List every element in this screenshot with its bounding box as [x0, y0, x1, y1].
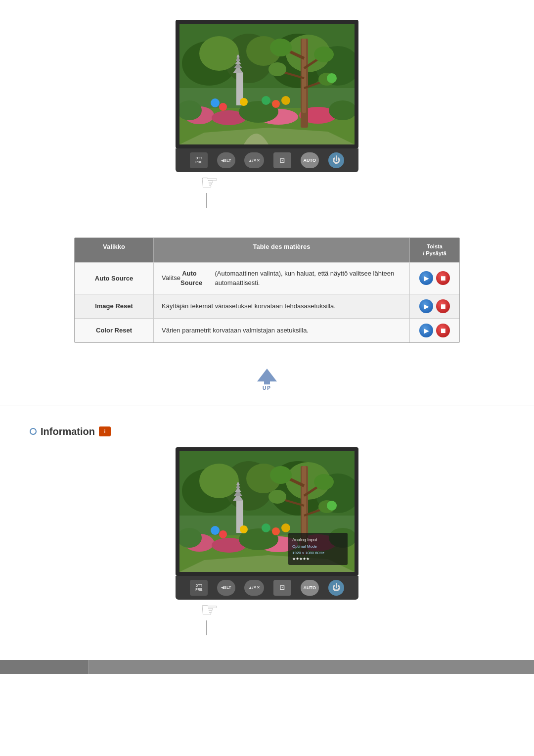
power-button[interactable]: ⏻: [328, 152, 344, 168]
image-reset-desc: Käyttäjän tekemät väriasetukset korvataa…: [154, 294, 410, 318]
svg-point-76: [219, 530, 227, 538]
svg-point-67: [268, 490, 286, 504]
image-reset-play-btn[interactable]: ▶: [419, 299, 433, 313]
up-arrow-section: UP: [0, 368, 534, 391]
auto-button-2[interactable]: AUTO: [301, 580, 319, 596]
svg-point-80: [281, 523, 290, 532]
svg-text:Optimal Mode: Optimal Mode: [292, 544, 317, 549]
auto-source-label: Auto Source: [75, 263, 154, 294]
ax-button-2[interactable]: ▲/✕✕: [244, 580, 264, 596]
svg-point-75: [211, 526, 220, 535]
svg-point-66: [314, 474, 334, 490]
table-header-col3: Toista/ Pysäytä: [410, 238, 459, 262]
svg-point-23: [270, 39, 292, 56]
table-row-color-reset: Color Reset Värien parametrit korvataan …: [75, 318, 459, 342]
top-section: DTTPRE ◀SLT ▲/✕✕ ⊡ AUTO ⏻ ☞: [0, 0, 534, 218]
svg-point-25: [268, 62, 286, 76]
color-reset-buttons: ▶ ⏹: [410, 319, 459, 342]
svg-point-77: [240, 525, 248, 533]
auto-button[interactable]: AUTO: [301, 152, 319, 168]
info-heading-label: Information: [41, 426, 95, 437]
table-row-image-reset: Image Reset Käyttäjän tekemät väriasetuk…: [75, 294, 459, 318]
ax-button[interactable]: ▲/✕✕: [244, 152, 264, 168]
color-reset-label: Color Reset: [75, 319, 154, 342]
table-wrapper: Valikko Table des matières Toista/ Pysäy…: [0, 223, 534, 358]
svg-point-38: [281, 96, 290, 105]
svg-text:Analog Input: Analog Input: [292, 537, 317, 542]
svg-point-65: [270, 466, 292, 484]
auto-source-desc: Valitse Auto Source (Automaattinen valin…: [154, 263, 410, 294]
footer-cell-left: [0, 660, 89, 674]
svg-marker-40: [257, 369, 277, 381]
hand-cursor-info: ☞: [176, 600, 358, 635]
info-table: Valikko Table des matières Toista/ Pysäy…: [74, 237, 460, 343]
slt-button[interactable]: ◀SLT: [217, 152, 235, 168]
auto-source-stop-btn[interactable]: ⏹: [436, 271, 450, 285]
svg-text:1920 x 1080 60Hz: 1920 x 1080 60Hz: [292, 551, 324, 555]
dtt-pre-button[interactable]: DTTPRE: [190, 152, 208, 168]
svg-point-34: [219, 103, 227, 111]
hand-cursor-top: ☞: [176, 172, 358, 208]
auto-source-buttons: ▶ ⏹: [410, 263, 459, 294]
svg-rect-18: [302, 39, 306, 113]
power-button-2[interactable]: ⏻: [328, 580, 344, 596]
svg-point-78: [262, 523, 270, 532]
image-reset-label: Image Reset: [75, 294, 154, 318]
image-reset-buttons: ▶ ⏹: [410, 294, 459, 318]
svg-point-35: [240, 98, 248, 106]
color-reset-play-btn[interactable]: ▶: [419, 324, 433, 337]
garden-svg-top: [179, 24, 355, 144]
svg-point-39: [327, 73, 337, 83]
svg-point-24: [314, 47, 334, 62]
svg-point-37: [272, 100, 280, 108]
svg-point-48: [199, 464, 239, 498]
monitor-info: Analog Input Optimal Mode 1920 x 1080 60…: [176, 447, 358, 635]
monitor-screen-info: Analog Input Optimal Mode 1920 x 1080 60…: [176, 447, 358, 576]
svg-rect-41: [264, 381, 270, 384]
slt-button-2[interactable]: ◀SLT: [217, 580, 235, 596]
image-reset-stop-btn[interactable]: ⏹: [436, 299, 450, 313]
info-section: Information i: [0, 411, 534, 650]
table-row-auto-source: Auto Source Valitse Auto Source (Automaa…: [75, 262, 459, 294]
up-arrow: UP: [255, 368, 279, 391]
dtt-pre-button-2[interactable]: DTTPRE: [190, 580, 208, 596]
svg-point-36: [262, 96, 270, 105]
svg-point-79: [272, 527, 280, 535]
remote-bar-top: DTTPRE ◀SLT ▲/✕✕ ⊡ AUTO ⏻: [176, 148, 358, 172]
svg-point-6: [199, 36, 239, 71]
table-header: Valikko Table des matières Toista/ Pysäy…: [75, 238, 459, 262]
footer-bar: [0, 660, 534, 674]
svg-point-81: [327, 501, 337, 511]
monitor-screen-top: [176, 20, 358, 148]
monitor-top: DTTPRE ◀SLT ▲/✕✕ ⊡ AUTO ⏻: [176, 20, 358, 172]
square-button-2[interactable]: ⊡: [273, 580, 291, 596]
square-button[interactable]: ⊡: [273, 152, 291, 168]
info-icon-text: i: [104, 429, 106, 434]
info-circle-icon: [30, 428, 37, 435]
up-label: UP: [263, 385, 271, 391]
svg-text:★★★★★: ★★★★★: [292, 557, 310, 561]
info-icon-box: i: [99, 426, 111, 436]
svg-rect-60: [302, 466, 306, 540]
section-divider: [0, 406, 534, 406]
color-reset-desc: Värien parametrit korvataan valmistajan …: [154, 319, 410, 342]
color-reset-stop-btn[interactable]: ⏹: [436, 324, 450, 337]
info-title: Information i: [30, 426, 504, 437]
auto-source-play-btn[interactable]: ▶: [419, 271, 433, 285]
remote-bar-info: DTTPRE ◀SLT ▲/✕✕ ⊡ AUTO ⏻: [176, 576, 358, 600]
up-arrow-svg: [255, 368, 279, 385]
table-header-col2: Table des matières: [154, 238, 410, 262]
table-header-col1: Valikko: [75, 238, 154, 262]
footer-cell-right: [89, 660, 534, 674]
svg-point-33: [211, 98, 220, 107]
garden-svg-info: Analog Input Optimal Mode 1920 x 1080 60…: [179, 451, 355, 572]
